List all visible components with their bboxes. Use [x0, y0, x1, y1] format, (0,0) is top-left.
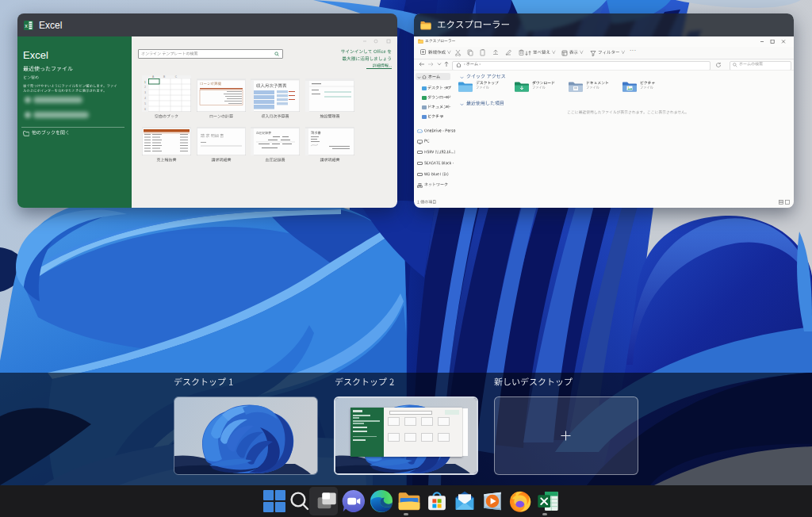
svg-text:B: B [163, 75, 165, 79]
svg-text:1: 1 [144, 81, 146, 84]
svg-text:x: x [25, 22, 28, 28]
